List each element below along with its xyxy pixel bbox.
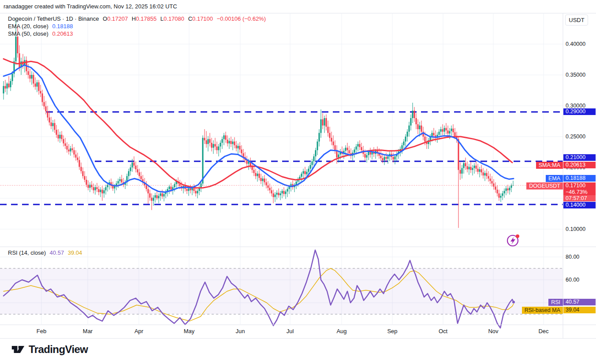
- price-axis-label: 0.10000: [566, 226, 585, 233]
- level-badge-029: 0.29000: [563, 108, 596, 115]
- ema-badge-label: EMA: [546, 175, 563, 182]
- symbol-title: Dogecoin / TetherUS · 1D · Binance: [8, 15, 99, 22]
- high-label: H: [132, 15, 136, 22]
- high-value: 0.17855: [136, 15, 156, 22]
- ema-legend-name: EMA (20, close): [8, 23, 48, 30]
- sma-legend[interactable]: SMA (50, close) 0.20613: [8, 30, 75, 37]
- last-price-badge-row: −46.73%: [563, 189, 596, 195]
- rsi-axis-label: 60.00: [566, 276, 579, 283]
- main-chart-pane[interactable]: [0, 13, 563, 247]
- month-label-mar: Mar: [83, 328, 93, 334]
- tradingview-logo[interactable]: TradingView: [11, 343, 88, 356]
- ema-badge: 0.18188: [563, 175, 596, 182]
- sma-badge-value: 0.20613: [563, 162, 596, 168]
- lightning-bolt-icon: [510, 237, 515, 245]
- notification-dot: [516, 234, 519, 238]
- rsi-legend-name: RSI (14, close): [8, 249, 46, 256]
- rsi-legend[interactable]: RSI (14, close) 40.57 39.04: [8, 249, 84, 256]
- month-label-jun: Jun: [236, 328, 245, 334]
- close-label: C: [188, 15, 192, 22]
- currency-toggle-button[interactable]: USDT: [565, 15, 588, 26]
- symbol-legend[interactable]: Dogecoin / TetherUS · 1D · Binance O0.17…: [8, 15, 268, 22]
- ema-badge-value: 0.18188: [563, 175, 596, 182]
- low-label: L: [160, 15, 164, 22]
- price-axis-label: 0.40000: [566, 41, 585, 48]
- close-value: 0.17100: [192, 15, 213, 22]
- sma-badge-label: SMA:MA: [536, 162, 563, 169]
- sma-legend-value: 0.20613: [52, 30, 73, 37]
- month-label-aug: Aug: [336, 328, 346, 334]
- last-price-badge-value: 0.17100: [563, 182, 596, 189]
- month-label-apr: Apr: [134, 328, 143, 334]
- rsi-ma-badge-label: RSI-based MA: [522, 307, 563, 314]
- price-axis-label: 0.25000: [566, 133, 585, 140]
- last-price-badge-row: 07:57:07: [563, 195, 596, 201]
- rsi-badge: 40.57: [563, 299, 596, 305]
- price-axis-label: 0.35000: [566, 71, 585, 78]
- ema-legend[interactable]: EMA (20, close) 0.18188: [8, 23, 75, 30]
- change-value: −0.00106 (−0.62%): [217, 15, 266, 22]
- flash-button[interactable]: [506, 233, 520, 247]
- open-value: 0.17207: [107, 15, 128, 22]
- level-badge-014: 0.14000: [563, 202, 596, 208]
- level-badge-021: 0.21000: [563, 154, 596, 161]
- sma-legend-name: SMA (50, close): [8, 30, 48, 37]
- sma-badge: 0.20613: [563, 162, 596, 168]
- month-label-oct: Oct: [439, 328, 447, 334]
- level-badge-021-value: 0.21000: [563, 154, 596, 161]
- level-badge-014-value: 0.14000: [563, 202, 596, 208]
- rsi-badge-label: RSI: [548, 299, 563, 306]
- last-price-badge-label: DOGEUSDT: [526, 182, 563, 189]
- month-label-may: May: [184, 328, 195, 334]
- month-label-dec: Dec: [538, 328, 548, 334]
- last-price-badge: 0.17100−46.73%07:57:07: [563, 182, 596, 201]
- rsi-legend-value: 40.57: [50, 249, 64, 256]
- month-label-jul: Jul: [287, 328, 294, 334]
- month-label-sep: Sep: [387, 328, 397, 334]
- rsi-pane[interactable]: [0, 247, 563, 325]
- rsi-badge-value: 40.57: [563, 299, 596, 305]
- rsi-ma-badge-value: 39.04: [563, 307, 596, 313]
- month-label-nov: Nov: [488, 328, 498, 334]
- month-label-feb: Feb: [37, 328, 46, 334]
- rsi-ma-badge: 39.04: [563, 307, 596, 313]
- flash-icon: [506, 233, 520, 247]
- ema-legend-value: 0.18188: [52, 23, 73, 30]
- open-label: O: [103, 15, 107, 22]
- tradingview-logo-icon: [11, 344, 25, 355]
- low-value: 0.17080: [164, 15, 184, 22]
- rsi-ma-legend-value: 39.04: [68, 249, 82, 256]
- rsi-axis-label: 80.00: [566, 253, 579, 260]
- tradingview-chart-screenshot: ranadagger created with TradingView.com,…: [0, 0, 596, 364]
- tradingview-wordmark: TradingView: [29, 343, 88, 356]
- level-badge-029-value: 0.29000: [563, 108, 596, 115]
